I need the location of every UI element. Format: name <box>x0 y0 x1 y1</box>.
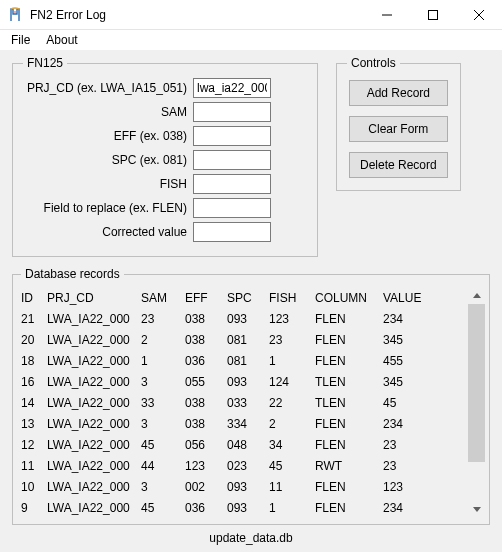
scroll-thumb[interactable] <box>468 304 485 462</box>
cell-col: RWT <box>315 459 383 473</box>
table-row[interactable]: 10LWA_IA22_000300209311FLEN123 <box>21 476 464 497</box>
cell-id: 13 <box>21 417 47 431</box>
cell-spc: 048 <box>227 438 269 452</box>
cell-val: 23 <box>383 438 435 452</box>
sam-label: SAM <box>23 105 193 119</box>
table-row[interactable]: 9LWA_IA22_000450360931FLEN234 <box>21 497 464 518</box>
cell-prj: LWA_IA22_000 <box>47 417 141 431</box>
app-icon <box>8 7 24 23</box>
cell-eff: 036 <box>185 354 227 368</box>
table-row[interactable]: 13LWA_IA22_00030383342FLEN234 <box>21 413 464 434</box>
svg-rect-2 <box>429 10 438 19</box>
scroll-up-button[interactable] <box>468 287 485 304</box>
cell-fish: 45 <box>269 459 315 473</box>
field-label: Field to replace (ex. FLEN) <box>23 201 193 215</box>
cell-spc: 334 <box>227 417 269 431</box>
cell-col: FLEN <box>315 501 383 515</box>
menu-about[interactable]: About <box>39 32 84 48</box>
cell-spc: 093 <box>227 501 269 515</box>
cell-eff: 038 <box>185 312 227 326</box>
cell-fish: 22 <box>269 396 315 410</box>
cell-val: 234 <box>383 417 435 431</box>
col-prjcd[interactable]: PRJ_CD <box>47 291 141 305</box>
table-header-row: ID PRJ_CD SAM EFF SPC FISH COLUMN VALUE <box>21 287 464 308</box>
cell-fish: 2 <box>269 417 315 431</box>
corr-input[interactable] <box>193 222 271 242</box>
cell-fish: 1 <box>269 501 315 515</box>
menubar: File About <box>0 30 502 50</box>
fish-input[interactable] <box>193 174 271 194</box>
svg-point-0 <box>14 11 16 13</box>
close-button[interactable] <box>456 0 502 30</box>
table-row[interactable]: 20LWA_IA22_000203808123FLEN345 <box>21 329 464 350</box>
col-fish[interactable]: FISH <box>269 291 315 305</box>
maximize-button[interactable] <box>410 0 456 30</box>
fn125-group: FN125 PRJ_CD (ex. LWA_IA15_051) SAM EFF … <box>12 56 318 257</box>
table-row[interactable]: 16LWA_IA22_0003055093124TLEN345 <box>21 371 464 392</box>
cell-val: 345 <box>383 375 435 389</box>
field-input[interactable] <box>193 198 271 218</box>
table-scrollbar[interactable] <box>468 287 485 518</box>
titlebar: FN2 Error Log <box>0 0 502 30</box>
col-sam[interactable]: SAM <box>141 291 185 305</box>
cell-col: FLEN <box>315 312 383 326</box>
col-eff[interactable]: EFF <box>185 291 227 305</box>
cell-sam: 3 <box>141 480 185 494</box>
cell-sam: 44 <box>141 459 185 473</box>
records-legend: Database records <box>21 267 124 281</box>
cell-spc: 081 <box>227 354 269 368</box>
cell-spc: 081 <box>227 333 269 347</box>
eff-input[interactable] <box>193 126 271 146</box>
cell-id: 9 <box>21 501 47 515</box>
cell-eff: 123 <box>185 459 227 473</box>
records-table[interactable]: ID PRJ_CD SAM EFF SPC FISH COLUMN VALUE … <box>21 287 464 518</box>
clear-form-button[interactable]: Clear Form <box>349 116 448 142</box>
scroll-down-button[interactable] <box>468 501 485 518</box>
svg-marker-6 <box>473 507 481 512</box>
col-column[interactable]: COLUMN <box>315 291 383 305</box>
cell-val: 234 <box>383 312 435 326</box>
cell-spc: 023 <box>227 459 269 473</box>
spc-label: SPC (ex. 081) <box>23 153 193 167</box>
cell-fish: 123 <box>269 312 315 326</box>
col-value[interactable]: VALUE <box>383 291 435 305</box>
cell-sam: 45 <box>141 501 185 515</box>
cell-fish: 23 <box>269 333 315 347</box>
cell-spc: 093 <box>227 312 269 326</box>
cell-col: FLEN <box>315 417 383 431</box>
table-row[interactable]: 21LWA_IA22_00023038093123FLEN234 <box>21 308 464 329</box>
cell-eff: 036 <box>185 501 227 515</box>
cell-prj: LWA_IA22_000 <box>47 354 141 368</box>
sam-input[interactable] <box>193 102 271 122</box>
cell-id: 21 <box>21 312 47 326</box>
spc-input[interactable] <box>193 150 271 170</box>
status-dbname: update_data.db <box>12 525 490 549</box>
prjcd-input[interactable] <box>193 78 271 98</box>
table-row[interactable]: 14LWA_IA22_0003303803322TLEN45 <box>21 392 464 413</box>
cell-id: 16 <box>21 375 47 389</box>
menu-file[interactable]: File <box>4 32 37 48</box>
table-row[interactable]: 12LWA_IA22_0004505604834FLEN23 <box>21 434 464 455</box>
col-id[interactable]: ID <box>21 291 47 305</box>
cell-val: 123 <box>383 480 435 494</box>
col-spc[interactable]: SPC <box>227 291 269 305</box>
cell-eff: 056 <box>185 438 227 452</box>
minimize-button[interactable] <box>364 0 410 30</box>
delete-record-button[interactable]: Delete Record <box>349 152 448 178</box>
window-title: FN2 Error Log <box>30 8 106 22</box>
cell-sam: 1 <box>141 354 185 368</box>
cell-eff: 002 <box>185 480 227 494</box>
cell-prj: LWA_IA22_000 <box>47 459 141 473</box>
prjcd-label: PRJ_CD (ex. LWA_IA15_051) <box>23 81 193 95</box>
table-row[interactable]: 18LWA_IA22_00010360811FLEN455 <box>21 350 464 371</box>
cell-col: TLEN <box>315 396 383 410</box>
fish-label: FISH <box>23 177 193 191</box>
cell-col: FLEN <box>315 333 383 347</box>
controls-group: Controls Add Record Clear Form Delete Re… <box>336 56 461 191</box>
cell-id: 14 <box>21 396 47 410</box>
add-record-button[interactable]: Add Record <box>349 80 448 106</box>
svg-marker-5 <box>473 293 481 298</box>
cell-fish: 34 <box>269 438 315 452</box>
scroll-track[interactable] <box>468 304 485 501</box>
table-row[interactable]: 11LWA_IA22_0004412302345RWT23 <box>21 455 464 476</box>
